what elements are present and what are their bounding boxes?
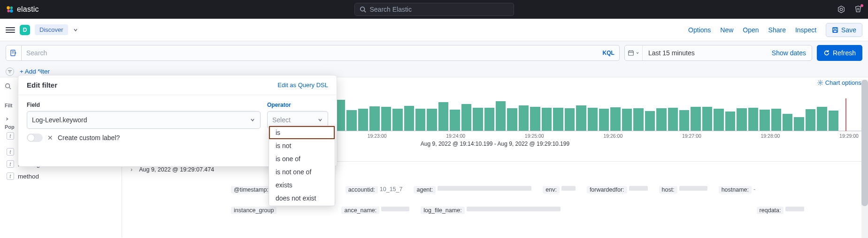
field-item[interactable]: tmethod <box>5 170 117 182</box>
newsfeed-icon[interactable] <box>854 5 862 14</box>
histogram-bar[interactable] <box>576 105 586 131</box>
svg-line-24 <box>9 88 11 89</box>
doc-key: env: <box>543 186 560 193</box>
histogram-bar[interactable] <box>427 109 437 131</box>
histogram-bar[interactable] <box>817 107 827 131</box>
histogram-bar[interactable] <box>702 107 712 131</box>
scrollbar-thumb[interactable] <box>861 80 868 206</box>
new-link[interactable]: New <box>720 26 733 34</box>
calendar-icon[interactable] <box>625 45 643 60</box>
histogram-bar[interactable] <box>438 102 448 131</box>
help-icon[interactable] <box>837 5 845 14</box>
doc-key: hostname: <box>719 186 752 193</box>
histogram-bar[interactable] <box>358 109 368 131</box>
histogram-bar[interactable] <box>794 117 804 131</box>
histogram-bar[interactable] <box>542 108 552 131</box>
svg-rect-12 <box>834 30 837 32</box>
global-search[interactable]: Search Elastic <box>354 3 514 16</box>
scrollbar[interactable] <box>861 80 868 238</box>
histogram-bar[interactable] <box>748 108 758 131</box>
histogram-bar[interactable] <box>415 109 425 131</box>
query-options-button[interactable] <box>6 45 22 61</box>
doc-value <box>438 186 531 191</box>
query-language[interactable]: KQL <box>603 50 615 56</box>
histogram-bar[interactable] <box>691 107 700 131</box>
menu-toggle-icon[interactable] <box>6 25 15 35</box>
doc-value <box>561 186 576 191</box>
histogram-bar[interactable] <box>829 111 838 131</box>
app-label: Discover <box>39 26 63 33</box>
histogram-bar[interactable] <box>484 108 494 131</box>
operator-option[interactable]: does not exist <box>269 192 335 205</box>
histogram-bar[interactable] <box>507 108 517 131</box>
brand[interactable]: elastic <box>6 5 39 14</box>
operator-option[interactable]: is one of <box>269 152 335 165</box>
histogram-bar[interactable] <box>461 104 471 131</box>
show-dates-link[interactable]: Show dates <box>766 49 812 57</box>
date-picker[interactable]: Last 15 minutes Show dates <box>624 45 812 61</box>
histogram-bar[interactable] <box>771 109 781 131</box>
histogram-bar[interactable] <box>369 106 379 131</box>
filter-options-icon[interactable] <box>6 67 14 76</box>
histogram-bar[interactable] <box>668 108 678 131</box>
share-link[interactable]: Share <box>768 26 786 34</box>
tick-label: 19:25:00 <box>525 133 544 139</box>
histogram-bar[interactable] <box>599 109 609 131</box>
edit-query-dsl-link[interactable]: Edit as Query DSL <box>277 82 328 89</box>
open-link[interactable]: Open <box>743 26 759 34</box>
doc-key: accountid: <box>346 186 378 193</box>
space-selector[interactable]: D <box>20 25 30 35</box>
operator-option[interactable]: is <box>269 126 335 139</box>
histogram-bar[interactable] <box>565 108 575 131</box>
histogram-bar[interactable] <box>473 108 483 131</box>
doc-key: instance_group <box>231 207 277 214</box>
histogram-bar[interactable] <box>381 107 391 131</box>
options-link[interactable]: Options <box>688 26 711 34</box>
custom-label-text: Create custom label? <box>58 134 120 141</box>
histogram-bar[interactable] <box>645 111 655 131</box>
save-button[interactable]: Save <box>826 23 862 37</box>
histogram-bar[interactable] <box>656 108 666 131</box>
query-input[interactable]: Search KQL <box>22 45 620 61</box>
chevron-down-icon[interactable] <box>5 117 9 121</box>
histogram-bar[interactable] <box>588 108 598 131</box>
field-select[interactable]: Log-Level.keyword <box>27 111 261 129</box>
chart-options-button[interactable]: Chart options <box>817 79 861 86</box>
histogram-bar[interactable] <box>725 112 735 131</box>
custom-label-toggle[interactable] <box>27 134 43 142</box>
histogram-bar[interactable] <box>610 107 620 131</box>
refresh-button[interactable]: Refresh <box>817 45 862 61</box>
operator-option[interactable]: exists <box>269 178 335 192</box>
app-breadcrumb[interactable]: Discover <box>35 24 68 35</box>
histogram-bar[interactable] <box>346 110 356 131</box>
operator-option[interactable]: is not one of <box>269 165 335 178</box>
inspect-link[interactable]: Inspect <box>795 26 816 34</box>
histogram-bar[interactable] <box>404 106 414 131</box>
histogram-bar[interactable] <box>392 109 402 131</box>
histogram-bar[interactable] <box>622 109 632 131</box>
tick-label: 19:26:00 <box>603 133 622 139</box>
save-label: Save <box>841 26 856 34</box>
histogram-bar[interactable] <box>553 108 563 131</box>
expand-icon[interactable]: › <box>131 166 132 173</box>
histogram-bar[interactable] <box>530 107 540 131</box>
svg-point-23 <box>6 84 10 88</box>
histogram-bar[interactable] <box>714 109 723 131</box>
histogram-bar[interactable] <box>806 109 815 131</box>
space-letter: D <box>23 27 27 33</box>
tick-label: 19:29:00 <box>839 133 859 139</box>
histogram-bar[interactable] <box>737 108 746 131</box>
histogram-bar[interactable] <box>783 114 792 131</box>
histogram-bar[interactable] <box>450 110 460 131</box>
histogram-bar[interactable] <box>633 108 643 131</box>
breadcrumb-chevron-icon[interactable] <box>73 27 78 33</box>
document-row[interactable]: › Aug 9, 2022 @ 19:29:07.474 @timestamp:… <box>129 161 861 219</box>
doc-value <box>679 186 707 191</box>
histogram-bar[interactable] <box>496 101 506 131</box>
histogram-bar[interactable] <box>519 105 529 131</box>
svg-point-3 <box>10 9 13 13</box>
doc-value: - <box>753 186 755 193</box>
operator-option[interactable]: is not <box>269 139 335 152</box>
histogram-bar[interactable] <box>679 110 689 131</box>
histogram-bar[interactable] <box>760 110 769 131</box>
